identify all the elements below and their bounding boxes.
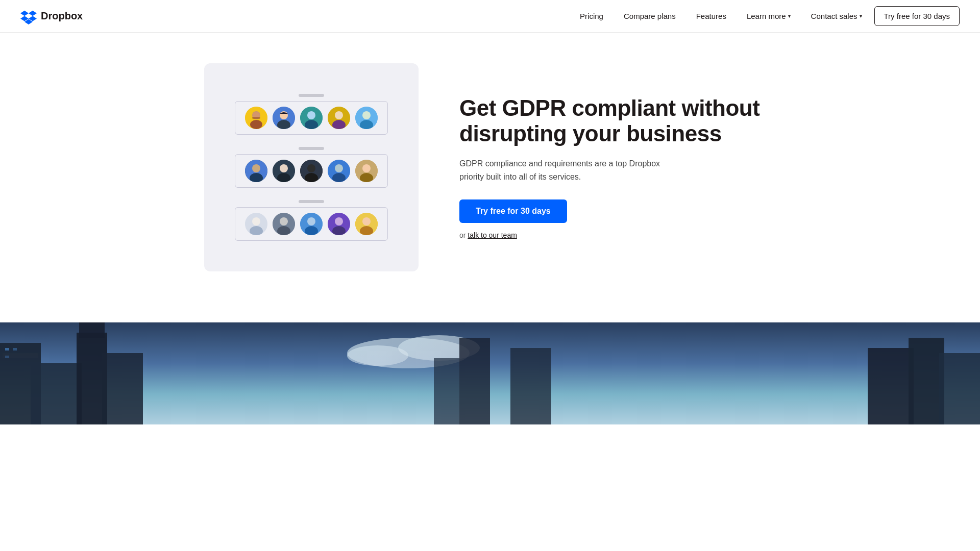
svg-rect-56 (102, 353, 143, 424)
dropbox-logo-icon (20, 8, 37, 24)
avatar-2-1 (245, 160, 267, 182)
avatar-row-3-wrapper (219, 200, 403, 241)
svg-rect-57 (5, 348, 9, 350)
svg-rect-61 (909, 338, 944, 424)
row-handle-3 (299, 200, 324, 203)
avatar-3-2 (273, 213, 295, 235)
svg-rect-59 (5, 356, 9, 358)
svg-point-50 (347, 345, 408, 366)
avatar-row-2-wrapper (219, 147, 403, 188)
svg-rect-53 (31, 363, 82, 424)
avatar-1-2 (273, 107, 295, 129)
svg-rect-62 (939, 353, 980, 424)
svg-rect-65 (434, 358, 459, 424)
avatar-3-5 (355, 213, 378, 235)
avatar-1-1 (245, 107, 267, 129)
logo-link[interactable]: Dropbox (20, 8, 83, 24)
hero-section: Get GDPR compliant without disrupting yo… (184, 33, 796, 302)
svg-point-45 (362, 217, 371, 226)
talk-to-team-link[interactable]: talk to our team (468, 231, 517, 239)
nav-item-pricing[interactable]: Pricing (572, 8, 611, 24)
svg-rect-55 (79, 322, 105, 338)
hero-try-free-button[interactable]: Try free for 30 days (459, 199, 567, 223)
svg-rect-63 (459, 338, 490, 424)
svg-point-21 (280, 164, 288, 172)
nav-item-learn-more[interactable]: Learn more ▾ (739, 8, 799, 24)
svg-point-36 (280, 217, 288, 226)
avatar-1-5 (355, 107, 378, 129)
hero-illustration (204, 63, 419, 271)
svg-point-33 (252, 217, 260, 226)
hero-secondary-cta-text: or talk to our team (459, 231, 776, 239)
nav-item-features[interactable]: Features (688, 8, 734, 24)
avatar-3-3 (300, 213, 323, 235)
hero-description: GDPR compliance and requirements are a t… (459, 157, 674, 183)
avatar-row-1 (235, 101, 388, 135)
svg-rect-64 (510, 348, 551, 424)
svg-point-2 (250, 120, 262, 129)
svg-point-18 (252, 164, 260, 172)
hero-title: Get GDPR compliant without disrupting yo… (459, 95, 776, 147)
svg-point-15 (362, 111, 371, 119)
svg-point-39 (307, 217, 315, 226)
nav-item-contact-sales[interactable]: Contact sales ▾ (803, 8, 870, 24)
svg-point-12 (335, 111, 343, 119)
learn-more-chevron-icon: ▾ (788, 13, 791, 19)
avatar-2-3 (300, 160, 323, 182)
avatar-row-1-wrapper (219, 94, 403, 135)
row-handle-2 (299, 147, 324, 150)
nav-try-free-button[interactable]: Try free for 30 days (874, 6, 960, 26)
svg-point-27 (335, 164, 343, 172)
svg-point-24 (307, 164, 315, 172)
logo-text: Dropbox (41, 10, 83, 22)
avatar-2-4 (328, 160, 350, 182)
nav-item-compare-plans[interactable]: Compare plans (616, 8, 684, 24)
avatar-2-5 (355, 160, 378, 182)
contact-sales-chevron-icon: ▾ (860, 13, 862, 19)
svg-rect-60 (868, 348, 914, 424)
avatar-row-3 (235, 207, 388, 241)
bottom-building-image (0, 322, 980, 424)
svg-point-30 (362, 164, 371, 172)
navbar: Dropbox Pricing Compare plans Features L… (0, 0, 980, 33)
svg-rect-58 (13, 348, 17, 350)
avatar-1-3 (300, 107, 323, 129)
svg-point-42 (335, 217, 343, 226)
avatar-face-svg (245, 107, 267, 129)
avatar-2-2 (273, 160, 295, 182)
avatar-row-2 (235, 154, 388, 188)
hero-content: Get GDPR compliant without disrupting yo… (459, 95, 776, 239)
avatar-3-1 (245, 213, 267, 235)
row-handle-1 (299, 94, 324, 97)
avatar-3-4 (328, 213, 350, 235)
svg-point-9 (307, 111, 315, 119)
buildings-svg (0, 322, 980, 424)
avatar-1-4 (328, 107, 350, 129)
nav-links: Pricing Compare plans Features Learn mor… (572, 6, 960, 26)
svg-rect-4 (252, 117, 260, 119)
